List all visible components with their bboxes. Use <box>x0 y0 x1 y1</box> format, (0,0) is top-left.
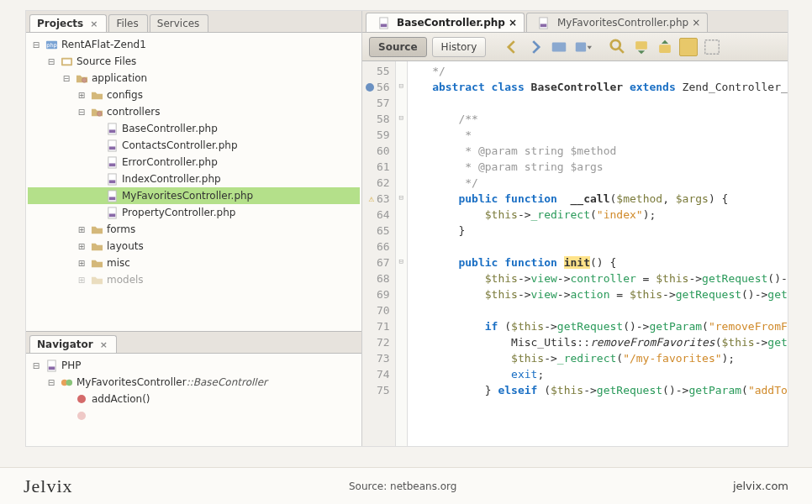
find-next-icon[interactable] <box>656 38 674 56</box>
nav-node[interactable] <box>28 407 360 424</box>
nav-node[interactable]: addAction() <box>28 391 360 407</box>
php-file-icon <box>105 189 119 202</box>
code-line[interactable]: */ <box>413 63 783 79</box>
select-icon[interactable] <box>703 38 721 56</box>
tree-toggle[interactable]: ⊞ <box>76 259 87 268</box>
code-line[interactable]: * @param string $args <box>413 159 783 175</box>
tree-node[interactable]: ⊟phpRentAFlat-Zend1 <box>28 36 360 53</box>
tree-node[interactable]: ⊞layouts <box>28 238 360 255</box>
line-number: 73 <box>377 350 390 366</box>
fold-gutter[interactable]: ⊟⊟⊟⊟ <box>396 61 408 446</box>
find-prev-icon[interactable] <box>632 38 651 56</box>
source-button[interactable]: Source <box>369 37 427 57</box>
history-button[interactable]: History <box>432 37 487 57</box>
code-line[interactable]: $this->view->controller = $this->getRequ… <box>413 270 783 286</box>
fold-toggle[interactable]: ⊟ <box>396 109 407 125</box>
fold-toggle <box>396 317 407 333</box>
fold-toggle[interactable]: ⊟ <box>396 189 407 205</box>
close-icon[interactable]: × <box>100 339 108 350</box>
tab-files[interactable]: Files <box>108 14 147 32</box>
close-icon[interactable]: × <box>90 18 98 29</box>
tree-node[interactable]: ⊟Source Files <box>28 53 360 70</box>
toolbar-icon[interactable] <box>550 38 568 56</box>
tree-toggle[interactable]: ⊟ <box>31 361 41 370</box>
tree-node[interactable]: ⊞models <box>28 271 360 288</box>
svg-rect-31 <box>683 41 694 52</box>
tree-node[interactable]: ⊟application <box>28 70 360 87</box>
tab-services[interactable]: Services <box>150 14 209 32</box>
nav-node[interactable]: ⊟PHP <box>28 357 360 374</box>
tab-label: BaseController.php <box>397 17 505 29</box>
php-file-icon <box>105 172 119 186</box>
fold-toggle <box>396 205 407 221</box>
editor-tabstrip: BaseController.php×MyFavoritesController… <box>362 11 788 33</box>
code-line[interactable]: /** <box>413 111 783 127</box>
code-line[interactable] <box>413 239 783 255</box>
tree-toggle[interactable]: ⊟ <box>76 108 87 117</box>
code-line[interactable]: if ($this->getRequest()->getParam("remov… <box>413 318 783 334</box>
tree-node[interactable]: ⊞misc <box>28 255 360 271</box>
code-area[interactable]: */ abstract class BaseController extends… <box>408 61 788 446</box>
tree-toggle[interactable]: ⊟ <box>46 57 56 66</box>
svg-point-4 <box>82 77 87 82</box>
nav-fwd-icon[interactable] <box>526 38 545 56</box>
line-number: 55 <box>377 63 390 79</box>
tree-label: misc <box>107 257 130 269</box>
code-line[interactable]: abstract class BaseController extends Ze… <box>413 79 783 95</box>
tree-node[interactable]: ⊞configs <box>28 87 360 103</box>
tree-toggle[interactable]: ⊟ <box>61 74 71 83</box>
code-line[interactable]: $this->view->action = $this->getRequest(… <box>413 286 783 302</box>
code-line[interactable]: * @param string $method <box>413 143 783 159</box>
tree-label: configs <box>107 89 143 101</box>
tree-toggle[interactable]: ⊟ <box>46 378 56 387</box>
code-line[interactable]: */ <box>413 175 783 191</box>
code-line[interactable]: } <box>413 223 783 239</box>
code-line[interactable]: public function init() { <box>413 255 783 270</box>
tab-projects[interactable]: Projects× <box>29 14 107 32</box>
tree-node[interactable]: IndexController.php <box>28 171 360 187</box>
tree-node[interactable]: ⊟controllers <box>28 103 360 120</box>
editor-tab[interactable]: BaseController.php× <box>366 13 525 32</box>
navigator-tree[interactable]: ⊟PHP⊟MyFavoritesController::BaseControll… <box>26 354 361 446</box>
tree-toggle[interactable]: ⊞ <box>76 91 87 100</box>
nav-label: addAction() <box>92 393 150 405</box>
editor-tab[interactable]: MyFavoritesController.php× <box>526 13 708 32</box>
tree-node[interactable]: PropertyController.php <box>28 204 360 221</box>
code-line[interactable]: public function __call($method, $args) { <box>413 191 783 207</box>
code-line[interactable]: } elseif ($this->getRequest()->getParam(… <box>413 382 783 398</box>
close-icon[interactable]: × <box>509 17 517 29</box>
projects-tree[interactable]: ⊟phpRentAFlat-Zend1⊟Source Files⊟applica… <box>26 33 361 331</box>
navigator-tab[interactable]: Navigator × <box>29 335 117 353</box>
nav-back-icon[interactable] <box>503 38 521 56</box>
brand-logo: Jelvix <box>24 475 73 497</box>
code-line[interactable]: * <box>413 127 783 143</box>
code-line[interactable]: $this->_redirect("index"); <box>413 207 783 223</box>
code-editor[interactable]: 5556575859606162⚠63646566676869707172737… <box>362 61 788 446</box>
tree-node[interactable]: ErrorController.php <box>28 154 360 171</box>
tree-toggle[interactable]: ⊞ <box>76 276 87 285</box>
code-line[interactable]: exit; <box>413 366 783 382</box>
tree-node[interactable]: ⊞forms <box>28 221 360 238</box>
tree-node[interactable]: MyFavoritesController.php <box>28 187 360 204</box>
nav-node[interactable]: ⊟MyFavoritesController::BaseController <box>28 374 360 391</box>
tree-node[interactable]: BaseController.php <box>28 120 360 137</box>
close-icon[interactable]: × <box>692 17 700 29</box>
code-line[interactable] <box>413 302 783 318</box>
svg-rect-7 <box>108 129 115 133</box>
code-line[interactable]: Misc_Utils::removeFromFavorites($this->g… <box>413 334 783 350</box>
tree-node[interactable]: ContactsController.php <box>28 137 360 154</box>
find-icon[interactable] <box>609 38 627 56</box>
code-line[interactable] <box>413 95 783 111</box>
svg-rect-27 <box>576 42 586 51</box>
highlight-icon[interactable] <box>679 38 698 56</box>
code-line[interactable]: $this->_redirect("/my-favorites"); <box>413 350 783 366</box>
left-column: Projects×FilesServices ⊟phpRentAFlat-Zen… <box>26 11 362 446</box>
fold-toggle <box>396 349 407 365</box>
tree-toggle[interactable]: ⊟ <box>31 40 41 50</box>
tree-toggle[interactable]: ⊞ <box>76 242 87 251</box>
fold-toggle[interactable]: ⊟ <box>396 77 407 93</box>
fold-toggle[interactable]: ⊟ <box>396 253 407 269</box>
line-number: 56 <box>377 79 390 95</box>
tree-toggle[interactable]: ⊞ <box>76 225 87 234</box>
toolbar-dropdown-icon[interactable] <box>573 38 592 56</box>
